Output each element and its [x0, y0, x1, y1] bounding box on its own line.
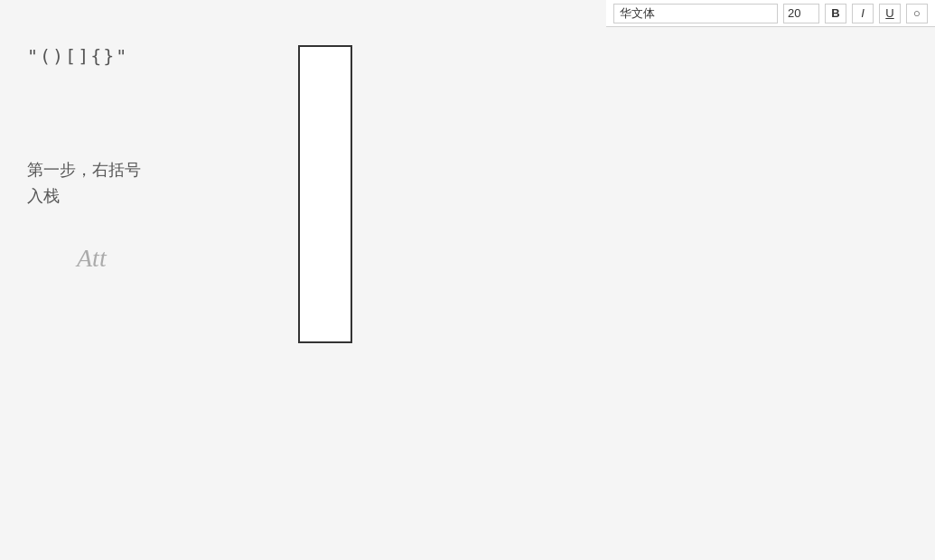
instruction-line1: 第一步，右括号 [27, 161, 141, 179]
instruction-text: 第一步，右括号 入栈 [27, 157, 298, 210]
text-area: "()[]{}" Att 第一步，右括号 入栈 [27, 45, 298, 210]
font-size-input[interactable] [783, 4, 819, 23]
font-selector[interactable] [613, 4, 778, 23]
symbols-text: "()[]{}" [27, 45, 298, 67]
toolbar: B I U ○ [606, 0, 935, 27]
other-button[interactable]: ○ [906, 4, 928, 23]
main-content: "()[]{}" Att 第一步，右括号 入栈 [0, 27, 935, 560]
att-label: Att [77, 244, 107, 273]
vertical-rectangle [298, 45, 352, 343]
bold-button[interactable]: B [825, 4, 846, 23]
instruction-line2: 入栈 [27, 187, 60, 205]
italic-button[interactable]: I [852, 4, 874, 23]
underline-button[interactable]: U [879, 4, 901, 23]
